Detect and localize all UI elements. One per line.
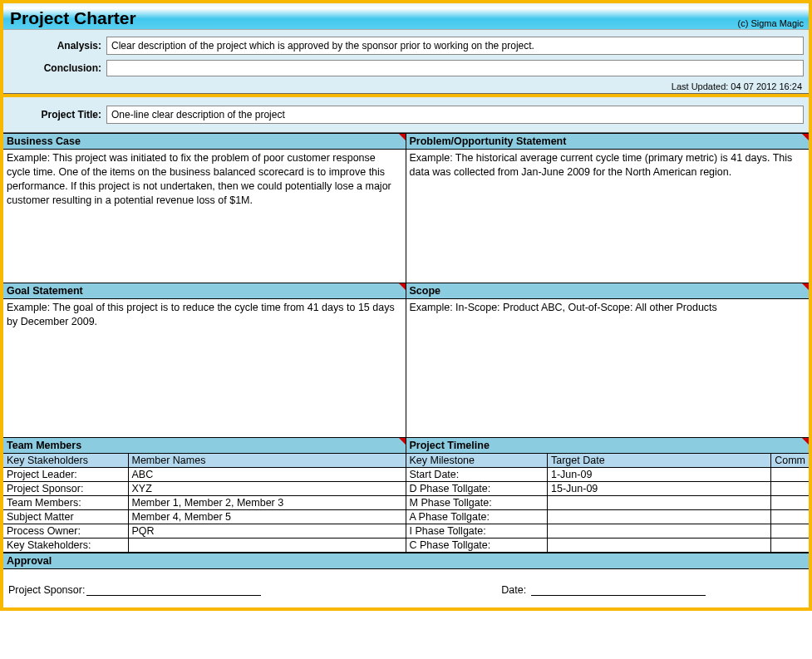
timeline-col2: Target Date <box>548 454 771 468</box>
team-col2: Member Names <box>128 454 406 468</box>
table-row: M Phase Tollgate: <box>406 496 810 510</box>
timeline-col1: Key Milestone <box>406 454 548 468</box>
page-title: Project Charter <box>10 8 136 27</box>
date-label: Date: <box>501 584 526 596</box>
business-case-header: Business Case <box>3 133 406 150</box>
sponsor-signature-line[interactable] <box>86 586 261 596</box>
table-row: D Phase Tollgate:15-Jun-09 <box>406 482 810 496</box>
meta-area: Analysis: Clear description of the proje… <box>3 30 809 94</box>
project-title-label: Project Title: <box>8 109 106 120</box>
timeline-table: Key Milestone Target Date Comm Start Dat… <box>406 454 810 553</box>
project-title-input[interactable]: One-line clear description of the projec… <box>106 106 804 124</box>
approval-header: Approval <box>3 553 809 569</box>
date-signature-line[interactable] <box>531 586 706 596</box>
table-row: A Phase Tollgate: <box>406 510 810 524</box>
approval-body: Project Sponsor: Date: <box>3 569 809 607</box>
team-header: Team Members <box>3 437 406 454</box>
team-table: Key Stakeholders Member Names Project Le… <box>3 454 406 553</box>
business-case-body[interactable]: Example: This project was initiated to f… <box>3 150 406 283</box>
team-col1: Key Stakeholders <box>3 454 128 468</box>
title-bar: Project Charter (c) Sigma Magic <box>3 3 809 30</box>
analysis-label: Analysis: <box>8 40 106 52</box>
problem-header: Problem/Opportunity Statement <box>406 133 810 150</box>
goal-header: Goal Statement <box>3 283 406 299</box>
table-row: Project Sponsor:XYZ <box>3 482 406 496</box>
project-title-area: Project Title: One-line clear descriptio… <box>3 97 809 133</box>
table-row: I Phase Tollgate: <box>406 524 810 539</box>
project-charter-frame: Project Charter (c) Sigma Magic Analysis… <box>0 0 812 611</box>
conclusion-label: Conclusion: <box>8 62 106 74</box>
scope-body[interactable]: Example: In-Scope: Product ABC, Out-of-S… <box>406 299 810 437</box>
table-row: Subject MatterMember 4, Member 5 <box>3 510 406 524</box>
table-row: C Phase Tollgate: <box>406 539 810 553</box>
table-row: Process Owner:PQR <box>3 524 406 539</box>
timeline-header: Project Timeline <box>406 437 810 454</box>
analysis-input[interactable]: Clear description of the project which i… <box>106 37 804 55</box>
problem-body[interactable]: Example: The historical average current … <box>406 150 810 283</box>
goal-body[interactable]: Example: The goal of this project is to … <box>3 299 406 437</box>
table-row: Team Members:Member 1, Member 2, Member … <box>3 496 406 510</box>
table-row: Start Date:1-Jun-09 <box>406 468 810 482</box>
timeline-col3: Comm <box>771 454 809 468</box>
table-row: Project Leader:ABC <box>3 468 406 482</box>
conclusion-input[interactable] <box>106 60 804 76</box>
scope-header: Scope <box>406 283 810 299</box>
sponsor-label: Project Sponsor: <box>8 584 85 596</box>
copyright-text: (c) Sigma Magic <box>738 18 804 28</box>
last-updated: Last Updated: 04 07 2012 16:24 <box>8 81 804 91</box>
table-row: Key Stakeholders: <box>3 539 406 553</box>
